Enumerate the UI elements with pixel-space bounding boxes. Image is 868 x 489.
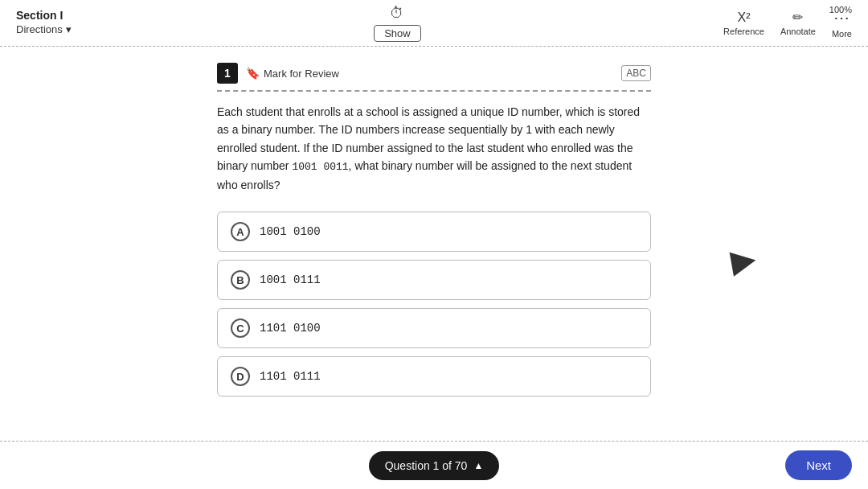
directions-button[interactable]: Directions ▾ xyxy=(16,22,72,37)
answer-choices: A 1001 0100 B 1001 0111 C 1101 0100 D 11… xyxy=(217,212,651,397)
reference-icon: X² xyxy=(737,10,750,25)
bookmark-icon: 🔖 xyxy=(246,67,260,80)
question-nav-pill[interactable]: Question 1 of 70 ▲ xyxy=(369,451,500,480)
app-header: Section I Directions ▾ ⏱ Show X² Referen… xyxy=(0,0,868,47)
question-nav-label: Question 1 of 70 xyxy=(385,459,468,472)
question-header: 1 🔖 Mark for Review ABC xyxy=(217,63,651,92)
header-center: ⏱ Show xyxy=(374,5,421,42)
main-content: 1 🔖 Mark for Review ABC Each student tha… xyxy=(0,47,868,421)
answer-choice-d[interactable]: D 1101 0111 xyxy=(217,356,651,397)
chevron-up-icon: ▲ xyxy=(473,460,483,471)
choice-letter-b: B xyxy=(231,270,250,290)
question-number-badge: 1 xyxy=(217,63,238,84)
footer: Question 1 of 70 ▲ Next xyxy=(0,441,868,489)
choice-text-c: 1101 0100 xyxy=(260,322,321,335)
mark-for-review-button[interactable]: 🔖 Mark for Review xyxy=(246,67,339,80)
annotate-label: Annotate xyxy=(780,27,816,36)
annotate-icon: ✏ xyxy=(792,10,803,25)
more-label: More xyxy=(832,29,852,39)
answer-choice-a[interactable]: A 1001 0100 xyxy=(217,212,651,252)
abc-format-button[interactable]: ABC xyxy=(621,65,651,81)
section-title: Section I xyxy=(16,9,72,22)
next-button[interactable]: Next xyxy=(785,450,852,480)
header-left: Section I Directions ▾ xyxy=(16,9,72,37)
choice-text-b: 1001 0111 xyxy=(260,273,321,286)
reference-button[interactable]: X² Reference xyxy=(723,10,764,36)
choice-text-d: 1101 0111 xyxy=(260,370,321,383)
annotate-button[interactable]: ✏ Annotate xyxy=(780,10,816,36)
inline-code: 1001 0011 xyxy=(292,161,348,173)
timer-icon: ⏱ xyxy=(390,5,404,22)
directions-label: Directions xyxy=(16,23,63,35)
choice-text-a: 1001 0100 xyxy=(260,225,321,238)
directions-chevron-icon: ▾ xyxy=(66,23,72,35)
choice-letter-a: A xyxy=(231,222,250,241)
battery-status: 100% xyxy=(829,5,852,14)
answer-choice-b[interactable]: B 1001 0111 xyxy=(217,260,651,300)
choice-letter-d: D xyxy=(231,367,250,386)
mark-review-label: Mark for Review xyxy=(264,68,339,80)
answer-choice-c[interactable]: C 1101 0100 xyxy=(217,308,651,348)
question-header-left: 1 🔖 Mark for Review xyxy=(217,63,339,84)
show-timer-button[interactable]: Show xyxy=(374,25,421,42)
question-body: Each student that enrolls at a school is… xyxy=(217,103,651,194)
reference-label: Reference xyxy=(723,27,764,36)
choice-letter-c: C xyxy=(231,318,250,338)
